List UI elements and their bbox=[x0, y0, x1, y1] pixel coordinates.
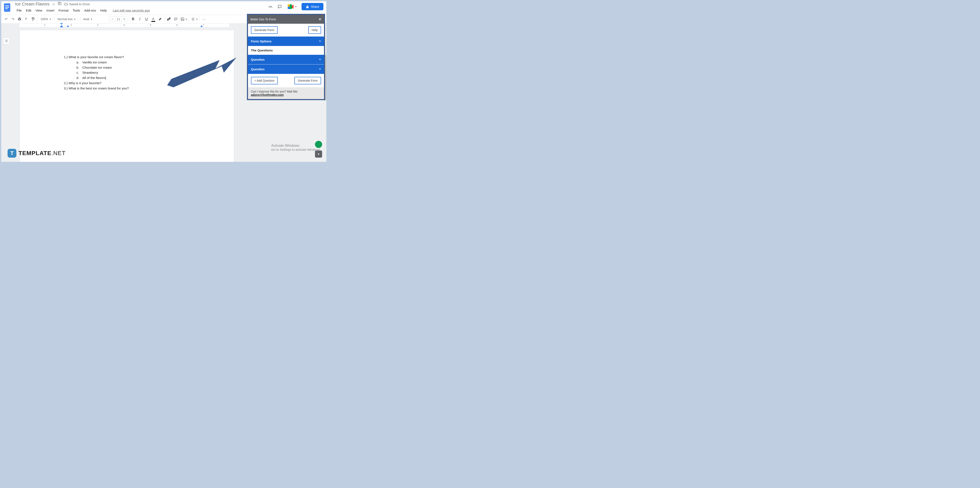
paint-format-button[interactable] bbox=[30, 16, 36, 22]
app-window: Ice Cream Flavors ☆ Saved to Drive File … bbox=[0, 0, 328, 163]
svg-rect-9 bbox=[181, 17, 184, 21]
panel-title: Better Doc To Form bbox=[250, 17, 276, 21]
increase-font-button[interactable]: + bbox=[122, 17, 127, 22]
menu-insert[interactable]: Insert bbox=[45, 7, 56, 13]
title-row: Ice Cream Flavors ☆ Saved to Drive bbox=[13, 2, 267, 6]
svg-rect-7 bbox=[290, 5, 292, 9]
saved-status: Saved to Drive bbox=[64, 2, 90, 6]
form-options-section[interactable]: Form Options + bbox=[248, 36, 324, 46]
logo-text: TEMPLATE.NET bbox=[19, 150, 66, 157]
ruler-tick: 5 bbox=[150, 24, 151, 26]
chevron-down-icon: ▼ bbox=[74, 18, 76, 21]
menu-tools[interactable]: Tools bbox=[71, 7, 82, 13]
activity-icon[interactable] bbox=[267, 4, 274, 10]
panel-top-buttons: Generate Form Help bbox=[248, 24, 324, 36]
italic-button[interactable]: I bbox=[137, 16, 143, 22]
svg-marker-14 bbox=[67, 25, 69, 27]
left-gutter bbox=[1, 27, 11, 162]
svg-point-10 bbox=[181, 18, 182, 19]
underline-button[interactable]: U bbox=[143, 16, 150, 22]
menu-edit[interactable]: Edit bbox=[24, 7, 33, 13]
cloud-icon bbox=[64, 2, 68, 6]
ruler-tick: 3 bbox=[97, 24, 98, 26]
spellcheck-button[interactable] bbox=[23, 16, 29, 22]
highlight-button[interactable] bbox=[157, 16, 163, 22]
generate-form-button-bottom[interactable]: Generate Form bbox=[294, 77, 321, 84]
last-edit-link[interactable]: Last edit was seconds ago bbox=[113, 9, 150, 12]
separator bbox=[37, 17, 38, 22]
docs-logo-icon[interactable] bbox=[3, 3, 11, 13]
plus-icon: + bbox=[319, 57, 321, 62]
panel-body: Generate Form Help Form Options + The Qu… bbox=[248, 24, 324, 99]
ruler-tick: 2 bbox=[70, 24, 72, 26]
footer-email-link[interactable]: adons@livefiredev.com bbox=[251, 93, 284, 97]
meet-icon bbox=[287, 4, 294, 10]
svg-rect-6 bbox=[288, 7, 290, 9]
zoom-select[interactable]: 100% ▼ bbox=[39, 16, 53, 22]
star-icon[interactable]: ☆ bbox=[52, 2, 55, 6]
menu-format[interactable]: Format bbox=[57, 7, 70, 13]
annotation-arrow bbox=[167, 56, 239, 98]
menu-addons[interactable]: Add-ons bbox=[82, 7, 98, 13]
svg-rect-2 bbox=[5, 7, 9, 8]
text-color-button[interactable]: A bbox=[150, 16, 156, 22]
separator bbox=[164, 17, 165, 22]
print-button[interactable] bbox=[16, 16, 23, 22]
addon-sidebar-panel: Better Doc To Form ✕ Generate Form Help … bbox=[247, 14, 325, 100]
plus-icon: + bbox=[319, 67, 321, 72]
insert-image-button[interactable] bbox=[179, 16, 186, 22]
header-right: ▼ Share bbox=[267, 1, 323, 10]
chevron-down-icon: ▼ bbox=[196, 18, 198, 21]
more-button[interactable]: ⋯ bbox=[201, 16, 207, 22]
chevron-down-icon: ▼ bbox=[91, 18, 92, 21]
the-questions-header: The Questions bbox=[248, 46, 324, 54]
menu-help[interactable]: Help bbox=[98, 7, 108, 13]
align-button[interactable] bbox=[190, 16, 196, 22]
ruler-tick: 1 bbox=[44, 24, 45, 26]
add-question-button[interactable]: + Add Question bbox=[251, 77, 278, 84]
move-icon[interactable] bbox=[58, 2, 62, 6]
svg-marker-16 bbox=[167, 57, 237, 87]
menu-view[interactable]: View bbox=[33, 7, 44, 13]
question-section-2[interactable]: Question + bbox=[248, 64, 324, 74]
meet-button[interactable]: ▼ bbox=[286, 3, 298, 10]
help-button[interactable]: Help bbox=[308, 26, 321, 34]
insert-comment-button[interactable] bbox=[173, 16, 179, 22]
font-size-control: − 11 + bbox=[110, 16, 127, 22]
svg-marker-15 bbox=[200, 25, 203, 27]
header-center: Ice Cream Flavors ☆ Saved to Drive File … bbox=[13, 1, 267, 13]
panel-footer: Can I improve this for you? Mail Me: ado… bbox=[248, 87, 324, 99]
comments-icon[interactable] bbox=[277, 4, 283, 10]
styles-select[interactable]: Normal text ▼ bbox=[56, 16, 79, 22]
svg-marker-8 bbox=[292, 5, 294, 9]
share-button[interactable]: Share bbox=[302, 3, 323, 10]
redo-button[interactable]: ↷ bbox=[10, 16, 16, 22]
insert-link-button[interactable] bbox=[166, 16, 172, 22]
bold-button[interactable]: B bbox=[130, 16, 136, 22]
generate-form-button-top[interactable]: Generate Form bbox=[251, 26, 278, 34]
logo-badge: T bbox=[8, 149, 16, 157]
svg-rect-5 bbox=[288, 5, 290, 7]
svg-marker-13 bbox=[60, 25, 63, 27]
svg-marker-11 bbox=[60, 23, 63, 25]
windows-activation-watermark: Activate Windows Go to Settings to activ… bbox=[271, 143, 320, 151]
menu-bar: File Edit View Insert Format Tools Add-o… bbox=[13, 7, 267, 13]
decrease-font-button[interactable]: − bbox=[110, 17, 115, 22]
separator bbox=[54, 17, 55, 22]
close-icon[interactable]: ✕ bbox=[318, 17, 321, 22]
outline-button[interactable] bbox=[3, 38, 10, 44]
svg-rect-1 bbox=[5, 5, 9, 6]
document-title[interactable]: Ice Cream Flavors bbox=[15, 2, 49, 6]
panel-header: Better Doc To Form ✕ bbox=[248, 15, 324, 24]
undo-button[interactable]: ↶ bbox=[3, 16, 9, 22]
dictionary-button[interactable]: ✦ bbox=[315, 151, 322, 157]
question-section-1[interactable]: Question + bbox=[248, 54, 324, 64]
ruler-tick: 6 bbox=[177, 24, 178, 26]
font-size-value[interactable]: 11 bbox=[115, 17, 122, 22]
svg-rect-3 bbox=[5, 8, 8, 9]
font-select[interactable]: Arial ▼ bbox=[82, 16, 107, 22]
templatenet-logo: T TEMPLATE.NET bbox=[8, 149, 66, 157]
chevron-down-icon: ▼ bbox=[295, 5, 297, 8]
menu-file[interactable]: File bbox=[15, 7, 24, 13]
panel-bottom-buttons: + Add Question Generate Form bbox=[248, 74, 324, 87]
